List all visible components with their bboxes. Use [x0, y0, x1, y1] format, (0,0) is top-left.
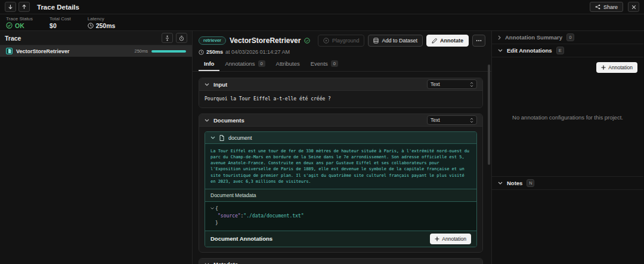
document-annotations-label: Document Annotations	[210, 235, 273, 242]
playground-label: Playground	[332, 38, 360, 44]
documents-mode-select[interactable]: Text	[427, 115, 477, 125]
annotation-summary-row[interactable]: Annotation Summary 0	[492, 31, 643, 44]
document-content: La Tour Eiffel est une tour de fer de 33…	[205, 144, 476, 189]
span-info-content: Input Text Pourquoi la Tour Eiffel a-t-e…	[193, 72, 491, 264]
trace-panel-title: Trace	[5, 35, 21, 42]
annotations-panel: Annotation Summary 0 Edit Annotations E …	[492, 31, 643, 264]
total-cost-label: Total Cost	[49, 16, 71, 22]
events-count-badge: 0	[331, 60, 338, 67]
prev-span-button[interactable]	[18, 2, 30, 12]
span-title: VectorStoreRetriever	[230, 36, 301, 45]
document-metadata-json: { "source": "./data/document.txt" }	[205, 202, 476, 231]
edit-annotations-hotkey-badge: E	[556, 47, 564, 54]
documents-mode-value: Text	[431, 117, 440, 123]
span-kind-badge: retriever	[199, 36, 226, 45]
span-tabs: Info Annotations 0 Attributes Events 0	[193, 58, 491, 72]
retriever-span-icon	[6, 48, 13, 54]
select-arrows-icon	[470, 82, 473, 87]
edit-annotations-label: Edit Annotations	[507, 47, 552, 54]
annotation-summary-label: Annotation Summary	[505, 34, 562, 41]
tab-annotations-label: Annotations	[225, 60, 255, 67]
trace-status-value: OK	[15, 22, 24, 29]
metadata-card-header[interactable]: Metadata	[199, 259, 482, 264]
next-span-button[interactable]	[5, 2, 16, 12]
tab-annotations[interactable]: Annotations 0	[219, 58, 270, 71]
documents-card-header[interactable]: Documents Text	[199, 114, 482, 127]
trace-status-bar: Trace Status OK Total Cost $0 Latency 25…	[0, 14, 644, 31]
edit-annotations-row[interactable]: Edit Annotations E	[492, 44, 643, 57]
json-close-brace: }	[215, 220, 218, 227]
edit-annotations-body: Annotation No annotation configurations …	[492, 57, 643, 177]
arrow-down-icon	[8, 4, 13, 10]
latency-label: Latency	[88, 16, 116, 22]
latency-toggle-button[interactable]	[176, 33, 187, 43]
document-card-header[interactable]: document	[205, 132, 476, 144]
input-card: Input Text Pourquoi la Tour Eiffel a-t-e…	[199, 78, 483, 108]
trace-tree-panel: Trace VectorStoreRetriever 250ms	[0, 31, 193, 264]
clock-icon	[88, 23, 94, 29]
share-button[interactable]: Share	[590, 2, 623, 12]
chevron-down-icon	[205, 119, 209, 122]
vertical-scrollbar[interactable]	[488, 65, 490, 165]
pencil-icon	[432, 38, 437, 44]
page-title: Trace Details	[37, 4, 79, 11]
add-annotation-button[interactable]: Annotation	[596, 62, 637, 73]
close-button[interactable]	[628, 2, 639, 12]
chevron-down-icon	[498, 49, 503, 52]
document-metadata-label: Document Metadata	[205, 189, 476, 202]
no-annotation-configs-message: No annotation configurations for this pr…	[492, 113, 643, 120]
close-icon	[631, 5, 636, 10]
input-text: Pourquoi la Tour Eiffel a-t-elle été cré…	[199, 91, 482, 108]
share-label: Share	[603, 4, 618, 10]
input-mode-value: Text	[431, 81, 440, 87]
chevron-down-icon	[205, 83, 209, 86]
add-annotation-label: Annotation	[608, 65, 633, 70]
tab-attributes[interactable]: Attributes	[271, 58, 305, 71]
notes-label: Notes	[507, 180, 522, 186]
input-section-title: Input	[213, 81, 227, 88]
document-add-annotation-button[interactable]: Annotation	[430, 234, 471, 244]
tab-events[interactable]: Events 0	[305, 58, 343, 71]
metadata-card: Metadata 1 { 2 "ls_retriever_name": "vec…	[199, 258, 483, 264]
span-latency-bar	[151, 50, 186, 53]
plus-icon	[601, 65, 606, 70]
input-card-header[interactable]: Input Text	[199, 78, 482, 91]
ellipsis-icon	[476, 39, 482, 42]
expand-collapse-all-button[interactable]	[162, 33, 173, 43]
latency-stat: Latency 250ms	[88, 16, 116, 29]
notes-row[interactable]: Notes N	[492, 177, 643, 190]
span-latency: 250ms	[134, 48, 148, 54]
annotations-count-badge: 0	[258, 60, 265, 67]
tab-events-label: Events	[311, 60, 328, 67]
total-cost-value: $0	[49, 22, 71, 29]
top-bar: Trace Details Share	[0, 0, 644, 14]
main-area: Trace VectorStoreRetriever 250ms	[0, 31, 644, 264]
documents-card: Documents Text	[199, 113, 483, 253]
more-actions-button[interactable]	[472, 35, 485, 47]
fold-arrow-icon[interactable]	[210, 205, 215, 213]
annotate-button[interactable]: Annotate	[426, 35, 469, 47]
json-value: "./data/document.txt"	[243, 213, 304, 220]
database-icon	[373, 38, 379, 44]
span-name: VectorStoreRetriever	[16, 48, 131, 54]
input-mode-select[interactable]: Text	[427, 79, 477, 89]
plus-icon	[435, 237, 439, 241]
annotation-summary-badge: 0	[566, 33, 574, 41]
stopwatch-icon	[199, 50, 204, 55]
add-to-dataset-label: Add to Dataset	[382, 38, 417, 44]
documents-card-body: document La Tour Eiffel est une tour de …	[199, 127, 482, 252]
select-arrows-icon	[470, 118, 473, 123]
span-row-vectorstoreretriever[interactable]: VectorStoreRetriever 250ms	[0, 45, 192, 57]
arrow-up-icon	[21, 4, 27, 10]
span-ok-icon	[304, 38, 310, 44]
add-to-dataset-button[interactable]: Add to Dataset	[368, 35, 423, 47]
chevron-down-icon	[210, 136, 215, 139]
chevron-down-icon	[498, 182, 503, 185]
tab-info[interactable]: Info	[199, 58, 219, 71]
playground-button[interactable]: Playground	[318, 35, 365, 47]
latency-value: 250ms	[96, 22, 116, 29]
json-key: "source"	[218, 213, 241, 220]
tab-info-label: Info	[204, 60, 214, 67]
notes-hotkey-badge: N	[527, 179, 534, 187]
trace-status-stat: Trace Status OK	[6, 16, 33, 29]
